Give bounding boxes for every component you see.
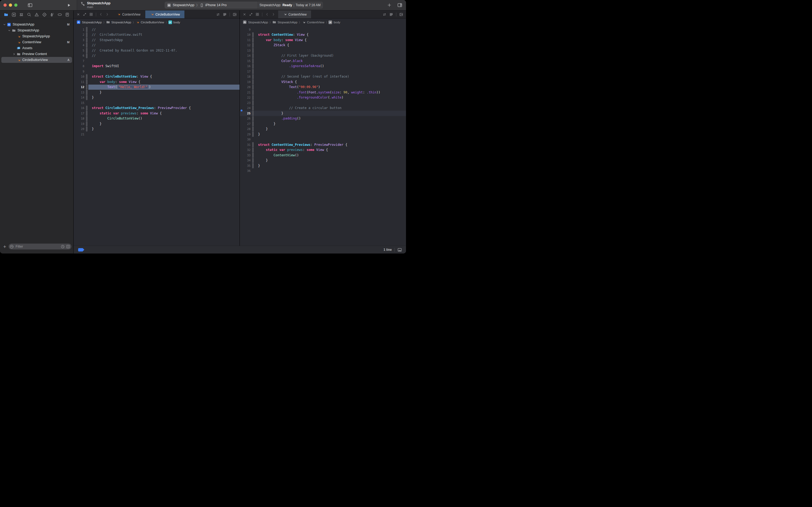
report-navigator-icon[interactable]	[65, 12, 69, 17]
code-line-9: 9	[240, 27, 406, 32]
add-editor-icon[interactable]	[399, 13, 403, 16]
editor-grid-icon[interactable]	[90, 13, 93, 16]
find-navigator-icon[interactable]	[27, 12, 32, 17]
line-number: 23	[240, 100, 251, 106]
sidebar-item-stopwatchapp[interactable]: StopwatchAppM	[1, 21, 72, 27]
breadcrumb-contentview[interactable]: ContentView	[301, 20, 325, 25]
jump-bar: StopwatchApp〉StopwatchApp〉CircleButtonVi…	[73, 18, 239, 26]
change-bar-column	[251, 116, 254, 121]
code-text: //	[89, 43, 239, 48]
tab-contentview[interactable]: ContentView	[278, 10, 311, 18]
source-change-bar	[252, 158, 254, 163]
change-bar-column	[251, 131, 254, 137]
forward-icon[interactable]	[272, 13, 275, 16]
code-text: }	[254, 131, 406, 137]
symbol-navigator-icon[interactable]	[19, 12, 23, 17]
run-button[interactable]	[67, 3, 71, 7]
breadcrumb-circlebuttonview[interactable]: CircleButtonView	[135, 20, 164, 25]
code-text: // CircleButtonView.swift	[89, 32, 239, 38]
sidebar-item-contentview[interactable]: ContentViewM	[1, 39, 72, 45]
minimize-window-button[interactable]	[9, 3, 12, 7]
source-editor[interactable]: 910struct ContentView: View {11 var body…	[240, 26, 406, 246]
adjust-editor-options-icon[interactable]	[389, 13, 393, 16]
source-control-navigator-icon[interactable]	[11, 12, 16, 17]
editor-layout-icon[interactable]	[397, 3, 402, 7]
back-icon[interactable]	[265, 13, 269, 16]
change-bar-column	[85, 27, 89, 32]
code-line-19: 19 }	[73, 121, 239, 126]
breadcrumb-stopwatchapp[interactable]: StopwatchApp	[106, 20, 131, 25]
file-label: Preview Content	[22, 52, 47, 56]
back-icon[interactable]	[99, 13, 103, 16]
change-bar-column	[251, 69, 254, 74]
code-line-24: 24 // Create a circular button	[240, 106, 406, 111]
code-text: }	[89, 126, 239, 132]
sidebar-item-stopwatchapp[interactable]: StopwatchApp	[1, 27, 72, 33]
add-editor-icon[interactable]	[233, 13, 237, 16]
activity-status[interactable]: StopwatchApp: Ready | Today at 7:16 AM	[257, 2, 323, 9]
line-number: 18	[73, 116, 85, 121]
app-icon	[76, 20, 80, 25]
filter-menu-icon[interactable]	[10, 245, 14, 249]
close-editor-icon[interactable]	[76, 13, 80, 16]
breadcrumb-stopwatchapp[interactable]: StopwatchApp	[76, 20, 102, 25]
expand-editor-icon[interactable]	[83, 13, 86, 16]
source-change-bar	[86, 121, 88, 126]
code-text: ZStack {	[254, 43, 406, 48]
sidebar-item-circlebuttonview[interactable]: CircleButtonViewA	[1, 57, 72, 63]
clock-icon[interactable]	[61, 245, 65, 249]
change-bar-column	[85, 58, 89, 64]
breadcrumb-stopwatchapp[interactable]: StopwatchApp	[243, 20, 268, 25]
code-text: // Second layer (rest of interface)	[254, 74, 406, 79]
breadcrumb-stopwatchapp[interactable]: StopwatchApp	[272, 20, 297, 25]
code-text	[89, 58, 239, 64]
expand-editor-icon[interactable]	[249, 13, 253, 16]
sidebar-toggle-icon[interactable]	[27, 3, 33, 7]
editor-grid-icon[interactable]	[255, 13, 259, 16]
line-number: 14	[240, 53, 251, 59]
filter-input[interactable]	[15, 244, 59, 249]
code-text	[89, 69, 239, 74]
change-bar-column	[85, 69, 89, 74]
sidebar-item-preview-content[interactable]: Preview Content	[1, 51, 72, 57]
adjust-editor-options-icon[interactable]	[223, 13, 227, 16]
tab-contentview[interactable]: ContentView	[112, 10, 145, 18]
tab-circlebuttonview[interactable]: CircleButtonView	[145, 10, 185, 18]
editor-pane-right: ContentViewStopwatchApp〉StopwatchApp〉Con…	[239, 10, 406, 246]
sidebar-item-stopwatchappapp[interactable]: StopwatchAppApp	[1, 33, 72, 39]
project-navigator-icon[interactable]	[4, 12, 8, 17]
add-file-button[interactable]: +	[3, 244, 6, 249]
close-window-button[interactable]	[3, 3, 7, 7]
code-line-4: 4//	[73, 43, 239, 48]
issue-navigator-icon[interactable]	[35, 12, 39, 17]
breadcrumb-label: StopwatchApp	[111, 21, 131, 24]
debug-navigator-icon[interactable]	[50, 12, 54, 17]
file-status-badge: M	[67, 23, 69, 26]
scheme-selector[interactable]: StopwatchApp 〉 iPhone 14 Pro	[165, 2, 258, 9]
plus-icon[interactable]	[387, 3, 392, 7]
code-line-2: 2// CircleButtonView.swift	[73, 32, 239, 38]
forward-icon[interactable]	[106, 13, 109, 16]
disclosure-down-icon[interactable]	[2, 23, 6, 26]
source-editor[interactable]: 1//2// CircleButtonView.swift3// Stopwat…	[73, 26, 239, 246]
file-status-badge: M	[67, 41, 69, 44]
breadcrumb-body[interactable]: Pbody	[168, 20, 180, 24]
code-line-13: 13	[240, 48, 406, 53]
disclosure-down-icon[interactable]	[7, 29, 11, 32]
status-time: Today at 7:16 AM	[296, 3, 321, 7]
filter-field[interactable]	[9, 243, 71, 249]
add-filter-icon[interactable]	[66, 245, 70, 249]
sidebar-item-assets[interactable]: Assets	[1, 45, 72, 51]
breakpoint-navigator-icon[interactable]	[57, 12, 62, 17]
test-navigator-icon[interactable]	[42, 12, 47, 17]
zoom-window-button[interactable]	[14, 3, 17, 7]
debug-area-icon[interactable]	[397, 247, 402, 252]
code-text: .ignoresSafeArea()	[254, 64, 406, 69]
code-review-icon[interactable]	[383, 13, 387, 16]
active-scheme-summary[interactable]: StopwatchApp main	[80, 2, 111, 9]
disclosure-right-icon[interactable]	[12, 53, 16, 56]
change-bar-column	[251, 163, 254, 168]
code-review-icon[interactable]	[216, 13, 220, 16]
close-editor-icon[interactable]	[243, 13, 246, 16]
breadcrumb-body[interactable]: Pbody	[329, 20, 340, 24]
